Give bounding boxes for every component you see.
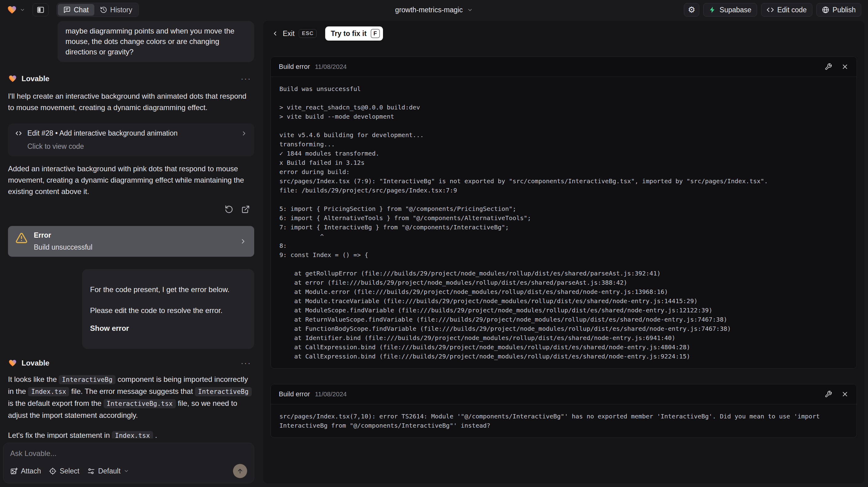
project-switcher[interactable]: growth-metrics-magic	[395, 6, 473, 14]
chevron-down-icon	[124, 468, 129, 474]
panel-left-icon	[37, 6, 44, 14]
close-icon[interactable]	[841, 63, 849, 70]
lovable-heart-icon	[8, 74, 17, 83]
edit-28-card[interactable]: Edit #28 • Add interactive background an…	[8, 124, 254, 156]
target-icon	[49, 467, 57, 475]
attach-button[interactable]: Attach	[10, 467, 41, 475]
inline-code: Index.tsx	[28, 387, 69, 396]
user-message-text: For the code present, I get the error be…	[90, 285, 229, 314]
build-error-title: Build error	[279, 63, 310, 71]
arrow-up-icon	[236, 467, 244, 475]
f-key-badge: F	[371, 29, 380, 38]
supabase-bolt-icon	[709, 6, 716, 13]
open-external-icon[interactable]	[241, 205, 250, 214]
build-error-title: Build error	[279, 390, 310, 398]
edit-card-subtitle: Click to view code	[27, 142, 247, 151]
edit-code-label: Edit code	[777, 6, 807, 14]
tab-history[interactable]: History	[94, 4, 138, 16]
chevron-right-icon	[240, 238, 247, 245]
wrench-icon[interactable]	[825, 391, 832, 398]
more-options-icon[interactable]: ···	[241, 74, 251, 84]
assistant-text: Added an interactive background with pin…	[8, 163, 254, 197]
lovable-heart-icon	[8, 359, 17, 367]
settings-button[interactable]: ⚙	[684, 3, 699, 17]
try-to-fix-label: Try to fix it	[331, 30, 366, 38]
show-error-link[interactable]: Show error	[90, 323, 246, 334]
select-label: Select	[60, 467, 79, 475]
publish-label: Publish	[833, 6, 856, 14]
inline-code: InteractiveBg	[59, 375, 115, 384]
build-error-header: Build error 11/08/2024	[271, 57, 857, 77]
chat-input[interactable]	[10, 449, 247, 458]
esc-key-badge: ESC	[299, 29, 317, 38]
inline-code: Index.tsx	[112, 431, 153, 438]
build-error-panel: Build error 11/08/2024 Build was unsucce…	[271, 57, 857, 369]
build-error-header: Build error 11/08/2024	[271, 384, 857, 404]
exit-button[interactable]: Exit ESC	[272, 29, 317, 38]
error-card-subtitle: Build unsuccessful	[34, 243, 93, 251]
chevron-down-icon	[467, 7, 473, 13]
warning-triangle-icon	[16, 232, 28, 244]
sidebar-toggle-button[interactable]	[33, 3, 49, 16]
chevron-right-icon	[241, 130, 247, 137]
assistant-text: I'll help create an interactive backgrou…	[8, 90, 254, 113]
chat-panel: maybe diagramming points and when you mo…	[0, 20, 258, 487]
sliders-icon	[87, 467, 95, 475]
code-icon	[767, 6, 774, 13]
chat-message-list[interactable]: maybe diagramming points and when you mo…	[0, 20, 258, 438]
build-error-date: 11/08/2024	[315, 391, 347, 398]
globe-icon	[822, 6, 829, 13]
error-card-title: Error	[34, 231, 93, 240]
chevron-down-icon	[20, 7, 25, 12]
assistant-text: Let's fix the import statement in Index.…	[8, 429, 254, 438]
project-name: growth-metrics-magic	[395, 6, 463, 14]
chevron-left-icon	[272, 30, 278, 37]
supabase-button[interactable]: Supabase	[703, 3, 757, 17]
assistant-name: Lovable	[22, 74, 50, 83]
build-error-card[interactable]: Error Build unsuccessful	[8, 226, 254, 257]
inline-code: InteractiveBg	[195, 387, 251, 396]
build-error-log[interactable]: src/pages/Index.tsx(7,10): error TS2614:…	[271, 404, 857, 437]
tab-history-label: History	[110, 6, 132, 14]
lovable-logo-menu[interactable]	[7, 5, 25, 15]
chat-bubble-icon	[63, 6, 71, 13]
attach-label: Attach	[21, 467, 41, 475]
gear-icon: ⚙	[688, 5, 695, 15]
message-actions	[8, 205, 254, 214]
model-label: Default	[98, 467, 121, 475]
supabase-label: Supabase	[719, 6, 751, 14]
top-header: Chat History growth-metrics-magic ⚙ Supa…	[0, 0, 868, 20]
error-overlay-toolbar: Exit ESC Try to fix it F	[271, 25, 857, 42]
build-error-date: 11/08/2024	[315, 63, 347, 70]
build-error-panel: Build error 11/08/2024 src/pages/Index.t…	[271, 384, 857, 438]
close-icon[interactable]	[841, 391, 849, 398]
tab-chat-label: Chat	[74, 6, 89, 14]
model-selector[interactable]: Default	[87, 467, 129, 475]
preview-panel: Exit ESC Try to fix it F Build error 11/…	[263, 21, 864, 483]
assistant-name: Lovable	[22, 359, 50, 367]
edit-card-title: Edit #28 • Add interactive background an…	[27, 129, 178, 138]
user-message: maybe diagramming points and when you mo…	[58, 21, 254, 62]
history-icon	[100, 6, 107, 13]
assistant-message-header: Lovable ···	[8, 358, 254, 368]
user-message: For the code present, I get the error be…	[82, 269, 254, 349]
assistant-text: It looks like the InteractiveBg componen…	[8, 373, 254, 421]
assistant-message-header: Lovable ···	[8, 74, 254, 84]
send-button[interactable]	[233, 464, 247, 478]
inline-code: InteractiveBg.tsx	[103, 399, 176, 408]
composer: Attach Select Default	[3, 443, 254, 483]
edit-code-button[interactable]: Edit code	[761, 3, 812, 17]
wrench-icon[interactable]	[825, 63, 832, 70]
chat-history-tab-group: Chat History	[57, 3, 139, 17]
code-icon	[15, 129, 23, 137]
tab-chat[interactable]: Chat	[58, 4, 94, 16]
exit-label: Exit	[283, 30, 294, 38]
restore-icon[interactable]	[225, 205, 233, 214]
more-options-icon[interactable]: ···	[241, 358, 251, 368]
attach-image-icon	[10, 467, 18, 475]
build-error-log[interactable]: Build was unsuccessful > vite_react_shad…	[271, 77, 857, 368]
publish-button[interactable]: Publish	[816, 3, 861, 17]
try-to-fix-button[interactable]: Try to fix it F	[325, 26, 383, 40]
lovable-heart-icon	[7, 5, 17, 15]
select-button[interactable]: Select	[49, 467, 79, 475]
